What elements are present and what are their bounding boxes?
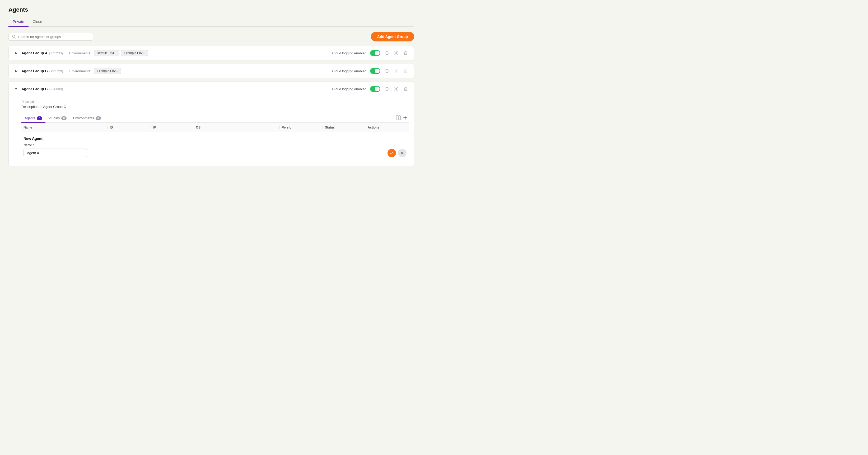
svg-point-6 (396, 70, 397, 72)
group-a-settings-btn[interactable] (393, 50, 399, 56)
inner-tab-environments-label: Environments (73, 116, 94, 120)
sort-up-icon: ↑ (33, 126, 35, 129)
group-c-actions: Cloud logging enabled (332, 86, 409, 92)
group-c-settings-btn[interactable] (393, 86, 399, 92)
svg-rect-3 (404, 52, 407, 55)
group-a-env-label: Environments: (69, 51, 91, 55)
plugins-count-badge: 0 (61, 117, 67, 120)
svg-rect-14 (396, 116, 398, 120)
group-card-b: ▶ Agent Group B (192720) Environments: E… (8, 64, 414, 78)
group-a-actions: Cloud logging enabled (332, 50, 409, 56)
col-ip: IP (151, 126, 194, 129)
svg-point-10 (396, 89, 397, 90)
inner-tab-agents-label: Agents (25, 116, 35, 120)
col-os: OS (194, 126, 280, 129)
group-b-refresh-btn[interactable] (384, 68, 390, 74)
group-a-env-tag-1[interactable]: Default Envi... (94, 50, 119, 56)
group-header-b: ▶ Agent Group B (192720) Environments: E… (9, 64, 414, 78)
refresh-icon (384, 69, 389, 73)
tab-private[interactable]: Private (8, 18, 29, 27)
inner-tab-plugins-label: Plugins (49, 116, 60, 120)
group-b-env-tag-1[interactable]: Example Env... (94, 68, 121, 74)
trash-icon (403, 69, 408, 73)
page-title: Agents (8, 6, 414, 13)
group-b-actions: Cloud logging enabled (332, 68, 409, 74)
settings-icon (394, 87, 399, 91)
svg-rect-11 (404, 88, 407, 91)
required-star: * (33, 143, 34, 147)
name-field-label: Name * (24, 143, 406, 147)
description-text: Description of Agent Group C (21, 105, 409, 109)
col-id: ID (107, 126, 151, 129)
inner-tab-agents[interactable]: Agents 0 (21, 114, 45, 123)
group-header-a: ▶ Agent Group A (171230) Environments: D… (9, 46, 414, 60)
group-card-a: ▶ Agent Group A (171230) Environments: D… (8, 46, 414, 60)
check-icon (390, 151, 394, 155)
add-agent-group-button[interactable]: Add Agent Group (371, 32, 414, 41)
new-agent-name-input[interactable] (24, 149, 87, 157)
group-b-id: (192720) (50, 69, 63, 73)
group-c-id: (226800) (50, 87, 63, 91)
col-actions: Actions (366, 126, 409, 129)
chevron-right-icon-a[interactable]: ▶ (14, 51, 18, 55)
group-a-cloud-label: Cloud logging enabled (332, 51, 366, 55)
group-c-refresh-btn[interactable] (384, 86, 390, 92)
chevron-down-icon-c[interactable]: ▼ (14, 87, 18, 91)
description-label: Description (21, 100, 409, 104)
refresh-icon (384, 51, 389, 56)
group-b-cloud-label: Cloud logging enabled (332, 69, 366, 73)
svg-line-1 (14, 37, 16, 38)
search-icon (12, 35, 16, 39)
name-input-row (24, 149, 406, 157)
group-a-id: (171230) (49, 51, 63, 55)
inner-tab-plugins[interactable]: Plugins 0 (45, 114, 70, 123)
group-b-settings-btn[interactable] (393, 68, 399, 74)
group-b-env-label: Environments: (69, 69, 91, 73)
close-icon (401, 152, 404, 155)
settings-icon (394, 69, 399, 73)
refresh-icon (384, 87, 389, 91)
trash-icon (403, 87, 408, 91)
plus-icon (403, 115, 408, 120)
group-b-name: Agent Group B (21, 69, 48, 73)
inner-tabs: Agents 0 Plugins 0 Environments 0 (21, 114, 409, 123)
settings-icon (394, 51, 399, 56)
top-tabs: Private Cloud (8, 18, 414, 27)
group-b-toggle[interactable] (370, 68, 380, 74)
toolbar: Add Agent Group (8, 32, 414, 41)
svg-rect-7 (404, 70, 407, 73)
search-box (8, 33, 93, 41)
confirm-check-button[interactable] (388, 149, 396, 157)
group-c-delete-btn[interactable] (403, 86, 409, 92)
agents-count-badge: 0 (37, 117, 42, 120)
environments-count-badge: 0 (96, 117, 101, 120)
columns-button[interactable] (395, 114, 402, 123)
group-a-env-tag-2[interactable]: Example Env... (121, 50, 148, 56)
new-agent-title: New Agent (24, 136, 406, 141)
add-agent-button[interactable] (402, 114, 409, 123)
group-card-c: ▼ Agent Group C (226800) Cloud logging e… (8, 82, 414, 166)
search-input[interactable] (18, 35, 90, 39)
group-b-delete-btn[interactable] (403, 68, 409, 74)
col-status: Status (322, 126, 366, 129)
svg-point-2 (396, 53, 397, 54)
group-a-refresh-btn[interactable] (384, 50, 390, 56)
group-c-body: Description Description of Agent Group C… (9, 96, 414, 166)
grid-icon (396, 115, 401, 120)
group-c-name: Agent Group C (21, 87, 48, 91)
group-c-toggle[interactable] (370, 86, 380, 92)
confirm-btns (388, 149, 406, 157)
inner-tab-environments[interactable]: Environments 0 (70, 114, 104, 123)
agents-table-header: Name ↑ ID IP OS Version Status Actions (21, 123, 409, 132)
group-a-name: Agent Group A (21, 51, 48, 55)
confirm-cancel-button[interactable] (398, 149, 406, 157)
trash-icon (403, 51, 408, 56)
group-a-delete-btn[interactable] (403, 50, 409, 56)
new-agent-section: New Agent Name * (21, 132, 409, 162)
group-header-c: ▼ Agent Group C (226800) Cloud logging e… (9, 82, 414, 96)
group-a-toggle[interactable] (370, 50, 380, 56)
col-name-text: Name (24, 126, 32, 129)
svg-rect-15 (399, 116, 400, 120)
tab-cloud[interactable]: Cloud (29, 18, 47, 27)
chevron-right-icon-b[interactable]: ▶ (14, 69, 18, 73)
